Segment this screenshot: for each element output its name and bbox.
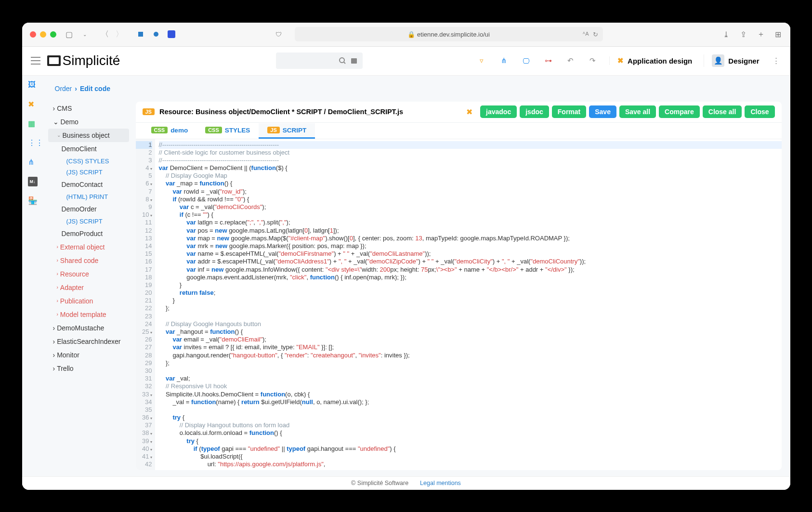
rail-tree-icon[interactable]: ⋔ <box>28 158 38 167</box>
header-actions: ▿ ⋔ 🖵 ⊶ ↶ ↷ ✖ Application design 👤 Desig… <box>369 54 781 67</box>
sidebar-leaf[interactable]: (JS) SCRIPT <box>48 216 129 227</box>
sidebar-tree: ›CMS⌄Demo⌄Business objectDemoClient(CSS)… <box>48 102 129 375</box>
close-window-button[interactable] <box>30 31 36 38</box>
ext-icon-1[interactable] <box>136 30 145 39</box>
ext-icon-2[interactable] <box>152 30 160 39</box>
save-all-button[interactable]: Save all <box>619 105 656 118</box>
chevron-down-icon[interactable]: ⌄ <box>80 30 89 39</box>
sidebar-item[interactable]: ›Model template <box>48 308 129 321</box>
kebab-menu-icon[interactable]: ⋮ <box>771 55 782 66</box>
tab-styles[interactable]: CSSSTYLES <box>196 123 259 139</box>
line-gutter: 1234567891011121314151617181920212223242… <box>136 139 155 471</box>
sidebar-object[interactable]: DemoOrder <box>48 202 129 216</box>
code-editor[interactable]: 1234567891011121314151617181920212223242… <box>136 139 782 471</box>
share-icon[interactable]: ⇪ <box>739 30 748 39</box>
sidebar-section[interactable]: ›Trello <box>48 362 129 375</box>
address-bar[interactable]: 🛡 🔒 etienne.dev.simplicite.io/ui ᴬA ↻ <box>295 27 603 41</box>
new-tab-icon[interactable]: ＋ <box>757 30 765 39</box>
content-area: Order › Edit code ›CMS⌄Demo⌄Business obj… <box>43 76 790 476</box>
chevron-right-icon: › <box>75 85 77 92</box>
editor-buttons: javadocjsdocFormatSaveSave allCompareClo… <box>480 105 774 118</box>
javadoc-button[interactable]: javadoc <box>480 105 517 118</box>
logo-icon <box>47 55 61 66</box>
file-type-badge: JS <box>143 108 155 115</box>
breadcrumb-root[interactable]: Order <box>55 85 72 92</box>
monitor-icon[interactable]: 🖵 <box>521 55 531 66</box>
svg-point-0 <box>340 58 344 63</box>
app-design-button[interactable]: ✖ Application design <box>609 56 692 65</box>
filter-icon[interactable]: ▿ <box>476 55 487 66</box>
sidebar-item[interactable]: ›Resource <box>48 267 129 281</box>
sidebar-item[interactable]: ›External object <box>48 240 129 254</box>
compass-icon[interactable]: ✖ <box>466 107 472 117</box>
traffic-lights <box>30 31 56 38</box>
user-menu[interactable]: 👤 Designer <box>704 54 759 67</box>
search-input[interactable] <box>276 53 363 69</box>
workflow-icon[interactable]: ⊶ <box>543 55 553 66</box>
sidebar-item[interactable]: ›Shared code <box>48 254 129 267</box>
logo-text: Simplicité <box>63 53 120 68</box>
tab-demo[interactable]: CSSdemo <box>143 123 197 139</box>
sidebar-object[interactable]: DemoClient <box>48 142 129 156</box>
sidebar-object[interactable]: DemoProduct <box>48 227 129 240</box>
editor-header: JS Resource: Business object/DemoClient … <box>136 102 782 123</box>
sidebar-item[interactable]: ›Adapter <box>48 281 129 294</box>
addr-actions: ᴬA ↻ <box>583 31 598 38</box>
jsdoc-button[interactable]: jsdoc <box>520 105 549 118</box>
sidebar-section[interactable]: ›DemoMustache <box>48 321 129 335</box>
maximize-window-button[interactable] <box>50 31 56 38</box>
shield-icon[interactable]: 🛡 <box>275 31 282 38</box>
reload-icon[interactable]: ↻ <box>593 31 598 38</box>
code-editor-panel: JS Resource: Business object/DemoClient … <box>136 102 782 471</box>
legal-link[interactable]: Legal mentions <box>420 480 461 486</box>
search-icon <box>339 57 346 65</box>
footer: © Simplicité Software Legal mentions <box>22 476 790 490</box>
format-button[interactable]: Format <box>552 105 586 118</box>
address-bar-container: 🛡 🔒 etienne.dev.simplicite.io/ui ᴬA ↻ <box>184 27 713 41</box>
sidebar-toggle-icon[interactable]: ▢ <box>65 30 74 39</box>
ext-icon-3[interactable] <box>167 30 176 39</box>
rail-tools-icon[interactable]: ✖ <box>28 100 38 109</box>
sidebar-item[interactable]: ›Publication <box>48 294 129 308</box>
undo-icon[interactable]: ↶ <box>565 55 576 66</box>
user-avatar-icon: 👤 <box>712 54 724 67</box>
rail-dots-icon[interactable]: ⋮⋮ <box>28 138 38 148</box>
minimize-window-button[interactable] <box>40 31 46 38</box>
hamburger-menu-icon[interactable] <box>31 57 40 65</box>
rail-store-icon[interactable]: 🏪 <box>28 196 38 206</box>
close-all-button[interactable]: Close all <box>703 105 742 118</box>
sidebar-section[interactable]: ›CMS <box>48 102 129 115</box>
app-header: Simplicité ▿ ⋔ 🖵 ⊶ ↶ ↷ ✖ Application des… <box>22 47 790 76</box>
copyright-text: © Simplicité Software <box>351 480 408 486</box>
sidebar-section[interactable]: ›Monitor <box>48 348 129 362</box>
rail-image-icon[interactable]: 🖼 <box>28 80 38 90</box>
sidebar-leaf[interactable]: (CSS) STYLES <box>48 156 129 167</box>
sitemap-icon[interactable]: ⋔ <box>498 55 509 66</box>
sidebar-object[interactable]: DemoContact <box>48 178 129 191</box>
sidebar-item[interactable]: ⌄Business object <box>48 129 129 142</box>
rail-md-icon[interactable]: M↓ <box>28 177 38 186</box>
close-button[interactable]: Close <box>745 105 774 118</box>
sidebar-section[interactable]: ⌄Demo <box>48 115 129 129</box>
icon-rail: 🖼 ✖ ▦ ⋮⋮ ⋔ M↓ 🏪 <box>22 76 43 476</box>
redo-icon[interactable]: ↷ <box>587 55 598 66</box>
app-body: 🖼 ✖ ▦ ⋮⋮ ⋔ M↓ 🏪 Order › Edit code ›CMS⌄D… <box>22 76 790 476</box>
lock-icon: 🔒 <box>407 31 415 38</box>
compare-button[interactable]: Compare <box>659 105 700 118</box>
logo[interactable]: Simplicité <box>47 53 120 68</box>
reader-icon[interactable]: ᴬA <box>583 31 589 38</box>
tab-script[interactable]: JSSCRIPT <box>259 123 315 139</box>
code-content[interactable]: //--------------------------------------… <box>155 139 782 471</box>
sidebar-leaf[interactable]: (HTML) PRINT <box>48 191 129 202</box>
rail-grid-icon[interactable]: ▦ <box>28 119 38 129</box>
forward-button[interactable]: 〉 <box>115 30 124 39</box>
download-icon[interactable]: ⤓ <box>722 30 731 39</box>
sidebar-leaf[interactable]: (JS) SCRIPT <box>48 167 129 178</box>
editor-tabs: CSSdemoCSSSTYLESJSSCRIPT <box>136 123 782 139</box>
back-button[interactable]: 〈 <box>101 30 109 39</box>
save-button[interactable]: Save <box>589 105 616 118</box>
calendar-icon[interactable] <box>350 57 358 65</box>
sidebar-section[interactable]: ›ElasticSearchIndexer <box>48 335 129 348</box>
tab-overview-icon[interactable]: ⊞ <box>774 30 783 39</box>
breadcrumb: Order › Edit code <box>48 80 782 97</box>
